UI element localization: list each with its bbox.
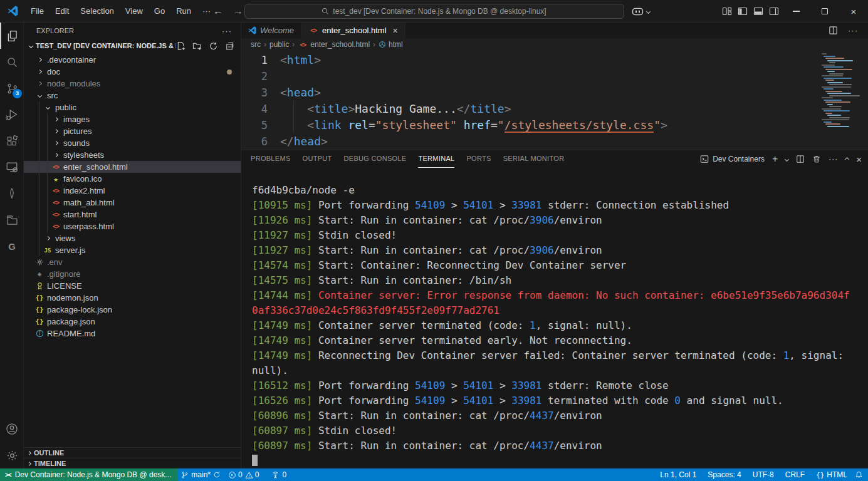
settings-gear-icon[interactable] bbox=[0, 442, 24, 468]
panel-tab-terminal[interactable]: TERMINAL bbox=[418, 150, 454, 168]
customize-layout-icon[interactable] bbox=[719, 0, 735, 23]
toggle-secondary-sidebar-icon[interactable] bbox=[766, 0, 782, 23]
breadcrumb-separator: › bbox=[373, 40, 375, 49]
command-center-search[interactable]: test_dev [Dev Container: Node.js & Mongo… bbox=[244, 4, 624, 19]
tree-file-enter-school-html[interactable]: <>enter_school.html bbox=[24, 161, 241, 173]
menu-selection[interactable]: Selection bbox=[75, 3, 119, 19]
tree-folder-node-modules[interactable]: node_modules bbox=[24, 78, 241, 90]
explorer-icon[interactable] bbox=[0, 23, 24, 49]
new-file-icon[interactable] bbox=[176, 41, 186, 51]
source-control-icon[interactable]: 3 bbox=[0, 75, 24, 101]
tree-folder-images[interactable]: images bbox=[24, 113, 241, 125]
extensions-icon[interactable] bbox=[0, 128, 24, 154]
panel-tab-problems[interactable]: PROBLEMS bbox=[251, 150, 291, 168]
tree-file-start-html[interactable]: <>start.html bbox=[24, 209, 241, 220]
panel-more-icon[interactable]: ··· bbox=[829, 155, 838, 163]
status-html[interactable]: {}HTML bbox=[812, 468, 851, 481]
terminal-profile[interactable]: Dev Containers bbox=[700, 155, 765, 163]
tree-file-server-js[interactable]: JSserver.js bbox=[24, 244, 241, 256]
new-terminal-icon[interactable]: + bbox=[772, 154, 778, 164]
status-ln-1-col-1[interactable]: Ln 1, Col 1 bbox=[656, 468, 700, 481]
kill-terminal-icon[interactable] bbox=[812, 155, 821, 163]
breadcrumb-html[interactable]: html bbox=[379, 40, 403, 49]
panel-tab-serial-monitor[interactable]: SERIAL MONITOR bbox=[503, 150, 565, 168]
breadcrumb-enter-school-html[interactable]: <>enter_school.html bbox=[298, 40, 370, 49]
dev-containers-icon[interactable] bbox=[0, 207, 24, 233]
tree-file-nodemon-json[interactable]: {}nodemon.json bbox=[24, 292, 241, 304]
tree-folder-doc[interactable]: doc bbox=[24, 66, 241, 78]
editor-more-icon[interactable]: ··· bbox=[848, 26, 858, 35]
split-terminal-icon[interactable] bbox=[796, 155, 805, 163]
bell-icon[interactable] bbox=[855, 471, 863, 479]
close-button[interactable]: × bbox=[839, 0, 868, 23]
terminal-dropdown-icon[interactable] bbox=[785, 157, 789, 161]
remote-indicator[interactable]: >< Dev Container: Node.js & Mongo DB @ d… bbox=[0, 468, 177, 481]
tree-folder-stylesheets[interactable]: stylesheets bbox=[24, 149, 241, 161]
menu-view[interactable]: View bbox=[120, 3, 149, 19]
mongodb-icon[interactable] bbox=[0, 180, 24, 207]
tab-enter-school-html[interactable]: <>enter_school.html× bbox=[301, 23, 405, 38]
tree-folder-src[interactable]: src bbox=[24, 90, 241, 101]
minimize-button[interactable] bbox=[782, 0, 810, 23]
maximize-panel-icon[interactable] bbox=[845, 157, 849, 161]
account-icon[interactable] bbox=[0, 416, 24, 442]
tree-file-index2-html[interactable]: <>index2.html bbox=[24, 185, 241, 197]
git-branch-status[interactable]: main* bbox=[177, 468, 224, 481]
close-panel-icon[interactable]: × bbox=[856, 154, 862, 165]
close-tab-icon[interactable]: × bbox=[393, 26, 398, 36]
sidebar-more-icon[interactable]: ··· bbox=[222, 26, 232, 36]
tree-file-readme-md[interactable]: README.md bbox=[24, 328, 241, 339]
refresh-icon[interactable] bbox=[209, 41, 218, 51]
panel-tab-output[interactable]: OUTPUT bbox=[303, 150, 332, 168]
tree-file-license[interactable]: LICENSE bbox=[24, 280, 241, 292]
tree-file-gitignore[interactable]: ◈.gitignore bbox=[24, 268, 241, 280]
panel-tab-debug-console[interactable]: DEBUG CONSOLE bbox=[344, 150, 407, 168]
toggle-panel-icon[interactable] bbox=[750, 0, 766, 23]
breadcrumb-public[interactable]: public bbox=[269, 40, 289, 49]
run-debug-icon[interactable] bbox=[0, 101, 24, 128]
tree-folder-public[interactable]: public bbox=[24, 101, 241, 113]
minimap[interactable] bbox=[822, 53, 858, 128]
problems-status[interactable]: 0 0 bbox=[224, 468, 263, 481]
section-outline[interactable]: OUTLINE bbox=[24, 447, 241, 458]
tree-file-env[interactable]: .env bbox=[24, 256, 241, 268]
ports-status[interactable]: 0 bbox=[268, 468, 290, 481]
tree-folder-sounds[interactable]: sounds bbox=[24, 137, 241, 149]
menu-file[interactable]: File bbox=[25, 3, 50, 19]
tree-file-favicon-ico[interactable]: ★favicon.ico bbox=[24, 173, 241, 185]
menu-go[interactable]: Go bbox=[149, 3, 170, 19]
menu-run[interactable]: Run bbox=[170, 3, 197, 19]
tab-label: enter_school.html bbox=[322, 26, 387, 35]
breadcrumb-src[interactable]: src bbox=[251, 40, 261, 49]
tree-folder-views[interactable]: views bbox=[24, 232, 241, 244]
gitlens-icon[interactable]: G bbox=[0, 233, 24, 259]
collapse-all-icon[interactable] bbox=[225, 41, 234, 51]
json-file-icon: {} bbox=[34, 294, 44, 302]
code-editor[interactable]: 1<html>23<head>4 <title>Hacking Game...<… bbox=[241, 51, 868, 150]
tree-file-package-lock-json[interactable]: {}package-lock.json bbox=[24, 304, 241, 316]
search-icon[interactable] bbox=[0, 49, 24, 75]
remote-explorer-icon[interactable] bbox=[0, 154, 24, 180]
section-timeline[interactable]: TIMELINE bbox=[24, 458, 241, 468]
tree-file-package-json[interactable]: {}package.json bbox=[24, 316, 241, 328]
panel-tab-ports[interactable]: PORTS bbox=[466, 150, 491, 168]
tree-folder-devcontainer[interactable]: .devcontainer bbox=[24, 54, 241, 66]
new-folder-icon[interactable] bbox=[192, 41, 202, 51]
maximize-button[interactable] bbox=[810, 0, 839, 23]
status-crlf[interactable]: CRLF bbox=[782, 468, 808, 481]
forward-arrow-icon[interactable]: → bbox=[233, 6, 243, 17]
tree-file-userpass-html[interactable]: <>userpass.html bbox=[24, 220, 241, 232]
split-editor-icon[interactable] bbox=[829, 26, 838, 35]
status-spaces-4[interactable]: Spaces: 4 bbox=[704, 468, 745, 481]
copilot-menu[interactable] bbox=[632, 0, 650, 23]
menu-edit[interactable]: Edit bbox=[50, 3, 75, 19]
toggle-sidebar-icon[interactable] bbox=[735, 0, 750, 23]
tab-welcome[interactable]: Welcome bbox=[241, 23, 301, 38]
terminal-cursor bbox=[252, 455, 258, 466]
back-arrow-icon[interactable]: ← bbox=[213, 6, 223, 17]
status-utf-8[interactable]: UTF-8 bbox=[749, 468, 778, 481]
terminal-output[interactable]: f6d4b9cba/node -e[10915 ms] Port forward… bbox=[241, 168, 868, 468]
tree-folder-pictures[interactable]: pictures bbox=[24, 125, 241, 137]
workspace-section-header[interactable]: TEST_DEV [DEV CONTAINER: NODE.JS & MONGO… bbox=[24, 39, 241, 53]
tree-file-math-abi-html[interactable]: <>math_abi.html bbox=[24, 197, 241, 209]
